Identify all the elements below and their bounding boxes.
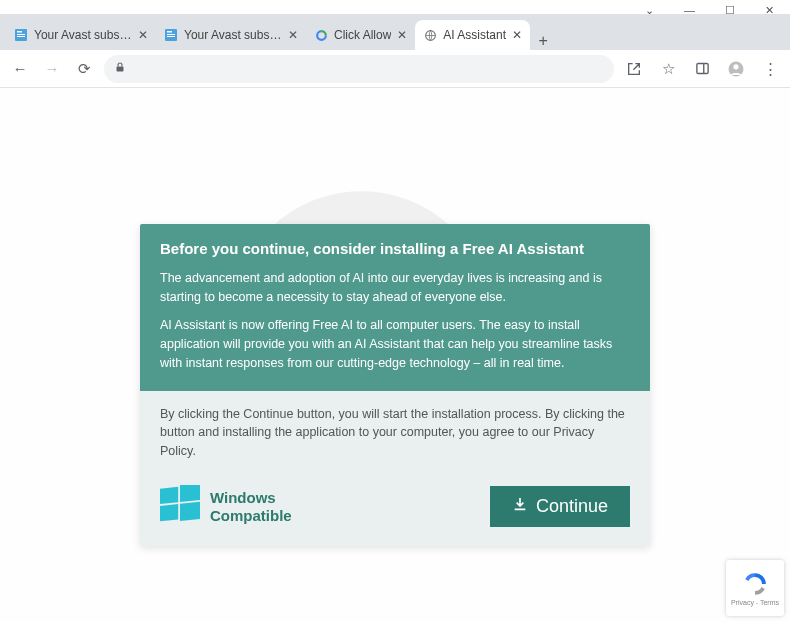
tab-title: AI Assistant [443, 28, 506, 42]
globe-icon [423, 28, 437, 42]
side-panel-icon[interactable] [690, 57, 714, 81]
windows-compatible-badge: Windows Compatible [160, 485, 292, 528]
bookmark-star-icon[interactable]: ☆ [656, 57, 680, 81]
recaptcha-icon [314, 28, 328, 42]
tab-close-icon[interactable]: ✕ [397, 28, 407, 42]
windows-logo-icon [160, 485, 200, 528]
browser-toolbar: ← → ⟳ ☆ ⋮ [0, 50, 790, 88]
card-title: Before you continue, consider installing… [160, 240, 630, 257]
svg-rect-9 [117, 67, 124, 72]
window-controls: ⌄ — ☐ ✕ [0, 0, 790, 14]
card-footer: Windows Compatible Continue [140, 475, 650, 546]
svg-rect-3 [17, 36, 25, 37]
reload-button[interactable]: ⟳ [72, 57, 96, 81]
menu-kebab-icon[interactable]: ⋮ [758, 57, 782, 81]
svg-rect-19 [180, 502, 200, 521]
svg-rect-6 [167, 34, 175, 35]
share-icon[interactable] [622, 57, 646, 81]
tab-close-icon[interactable]: ✕ [138, 28, 148, 42]
recaptcha-icon [742, 571, 768, 597]
window-close-icon[interactable]: ✕ [765, 4, 774, 17]
tab-title: Your Avast subscription [34, 28, 132, 42]
tab-strip: Your Avast subscription ✕ Your Avast sub… [0, 14, 790, 50]
tab-close-icon[interactable]: ✕ [512, 28, 522, 42]
window-dropdown-icon[interactable]: ⌄ [645, 4, 654, 17]
back-button[interactable]: ← [8, 57, 32, 81]
download-icon [512, 496, 528, 517]
card-disclaimer: By clicking the Continue button, you wil… [140, 391, 650, 475]
card-header: Before you continue, consider installing… [140, 224, 650, 391]
svg-rect-10 [696, 64, 707, 74]
recaptcha-badge[interactable]: Privacy - Terms [726, 560, 784, 616]
tab-ai-assistant[interactable]: AI Assistant ✕ [415, 20, 530, 50]
doc-icon [14, 28, 28, 42]
compat-line1: Windows [210, 489, 292, 506]
window-maximize-icon[interactable]: ☐ [725, 4, 735, 17]
tab-avast-2[interactable]: Your Avast subscription ✕ [156, 20, 306, 50]
profile-avatar-icon[interactable] [724, 57, 748, 81]
page-content: Before you continue, consider installing… [0, 88, 790, 622]
svg-point-13 [733, 64, 738, 69]
tab-avast-1[interactable]: Your Avast subscription ✕ [6, 20, 156, 50]
address-bar[interactable] [104, 55, 614, 83]
lock-icon [114, 61, 126, 76]
tab-title: Click Allow [334, 28, 391, 42]
window-minimize-icon[interactable]: — [684, 4, 695, 16]
tab-click-allow[interactable]: Click Allow ✕ [306, 20, 415, 50]
tab-title: Your Avast subscription [184, 28, 282, 42]
svg-rect-5 [167, 31, 172, 33]
svg-rect-2 [17, 34, 25, 35]
svg-rect-16 [160, 487, 178, 504]
svg-rect-1 [17, 31, 22, 33]
svg-rect-17 [180, 485, 200, 502]
card-paragraph-2: AI Assistant is now offering Free AI to … [160, 316, 630, 372]
doc-icon [164, 28, 178, 42]
compat-line2: Compatible [210, 507, 292, 524]
tab-close-icon[interactable]: ✕ [288, 28, 298, 42]
svg-rect-18 [160, 504, 178, 521]
new-tab-button[interactable]: + [530, 32, 556, 50]
continue-label: Continue [536, 496, 608, 517]
forward-button[interactable]: → [40, 57, 64, 81]
card-paragraph-1: The advancement and adoption of AI into … [160, 269, 630, 307]
install-card: Before you continue, consider installing… [140, 224, 650, 546]
svg-rect-7 [167, 36, 175, 37]
recaptcha-text: Privacy - Terms [731, 599, 779, 606]
continue-button[interactable]: Continue [490, 486, 630, 527]
